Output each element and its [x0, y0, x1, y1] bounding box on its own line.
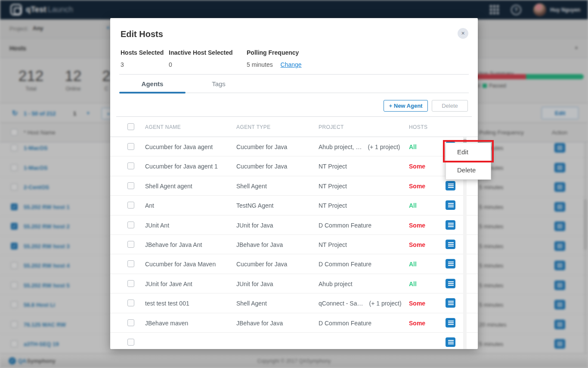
agent-project-cell: NT Project: [319, 163, 353, 170]
active-tab-underline: [119, 92, 186, 94]
context-menu-edit[interactable]: Edit: [446, 143, 491, 161]
row-menu-button[interactable]: [446, 181, 455, 190]
agent-row-checkbox[interactable]: [127, 182, 134, 189]
agent-project-cell: NT Project: [319, 202, 353, 209]
agent-table-row: JUnit for Jave Ant JUnit for Java Ahub p…: [110, 274, 478, 293]
agent-project-cell: Ahub project: [319, 281, 359, 287]
agent-table-row-partial: [110, 333, 478, 349]
agents-table-header: AGENT NAME AGENT TYPE PROJECT HOSTS: [110, 117, 478, 137]
polling-frequency-value: 5 minutes: [247, 61, 273, 68]
context-menu-delete[interactable]: Delete: [446, 161, 491, 179]
agent-hosts-status: Some: [409, 163, 425, 170]
agent-project-cell: qConnect - Sa…(+ 1 project): [319, 300, 402, 307]
agent-row-checkbox[interactable]: [127, 162, 134, 169]
agent-row-checkbox[interactable]: [127, 280, 134, 287]
hosts-header: HOSTS: [409, 124, 427, 130]
change-polling-link[interactable]: Change: [281, 61, 302, 68]
row-menu-button[interactable]: [446, 337, 455, 347]
agent-name-cell: JUnit Ant: [145, 222, 169, 229]
agent-hosts-status: Some: [409, 183, 425, 190]
agent-name-cell: Cucumber for Java agent: [145, 143, 213, 150]
agent-name-cell: Cucumber for Java agent 1: [145, 163, 218, 170]
tab-agents[interactable]: Agents: [119, 75, 186, 93]
agent-table-row: Cucumber for Java agent Cucumber for Jav…: [110, 137, 478, 156]
agent-table-row: JBehave maven JBehave for Java D Common …: [110, 313, 478, 333]
row-menu-button[interactable]: [446, 200, 455, 210]
agents-table-body: Cucumber for Java agent Cucumber for Jav…: [110, 137, 478, 349]
row-context-menu: Edit Delete: [446, 143, 491, 180]
agent-type-cell: Cucumber for Java: [236, 163, 287, 170]
row-menu-button[interactable]: [446, 240, 455, 249]
new-agent-button[interactable]: + New Agent: [384, 100, 428, 112]
tab-tags[interactable]: Tags: [186, 75, 252, 93]
agent-name-cell: Shell Agent agent: [145, 183, 192, 190]
row-menu-button[interactable]: [446, 298, 455, 308]
agent-row-checkbox[interactable]: [127, 143, 134, 150]
agent-row-checkbox[interactable]: [127, 260, 134, 267]
agent-name-cell: test test test 001: [145, 300, 189, 307]
agent-name-cell: Cucumber for Java Maven: [145, 261, 216, 268]
agent-type-cell: JBehave for Java: [236, 241, 283, 248]
agent-table-row: Shell Agent agent Shell Agent NT Project…: [110, 176, 478, 196]
agent-project-cell: D Common Feature: [319, 261, 378, 268]
agent-hosts-status: Some: [409, 300, 425, 307]
agent-project-cell: NT Project: [319, 241, 353, 248]
agent-type-cell: Shell Agent: [236, 183, 267, 190]
delete-agents-button[interactable]: Delete: [432, 100, 468, 112]
agent-hosts-status: All: [409, 202, 417, 209]
agent-table-row: test test test 001 Shell Agent qConnect …: [110, 293, 478, 313]
agent-hosts-status: Some: [409, 222, 425, 229]
agent-row-checkbox[interactable]: [127, 202, 134, 209]
polling-frequency-info: Polling Frequency 5 minutes Change: [247, 49, 302, 68]
agent-name-cell: JUnit for Jave Ant: [145, 281, 192, 287]
project-header: PROJECT: [319, 124, 344, 130]
agent-hosts-status: Some: [409, 320, 425, 327]
row-menu-button[interactable]: [446, 318, 455, 327]
agent-type-cell: JBehave for Java: [236, 320, 283, 327]
agent-type-cell: JUnit for Java: [236, 281, 273, 287]
modal-title: Edit Hosts: [121, 29, 163, 39]
agent-hosts-status: All: [409, 261, 417, 268]
agent-table-row: Ant TestNG Agent NT Project All: [110, 196, 478, 215]
row-menu-button[interactable]: [446, 259, 455, 268]
close-icon[interactable]: ×: [458, 28, 468, 39]
agent-name-cell: JBehave for Java Ant: [145, 241, 202, 248]
agent-project-cell: NT Project: [319, 183, 353, 190]
edit-hosts-modal: Edit Hosts × Hosts Selected 3 Inactive H…: [110, 18, 478, 349]
agent-type-cell: Shell Agent: [236, 300, 267, 307]
agent-row-checkbox[interactable]: [127, 241, 134, 248]
agent-project-cell: D Common Feature: [319, 320, 378, 327]
agent-type-cell: Cucumber for Java: [236, 143, 287, 150]
row-menu-button[interactable]: [446, 220, 455, 230]
agent-table-row: JBehave for Java Ant JBehave for Java NT…: [110, 235, 478, 254]
agent-hosts-status: Some: [409, 241, 425, 248]
row-menu-button[interactable]: [446, 279, 455, 288]
agent-row-checkbox[interactable]: [127, 339, 134, 346]
inactive-host-info: Inactive Host Selected 0: [169, 49, 233, 68]
agent-type-header: AGENT TYPE: [236, 124, 271, 130]
agent-row-checkbox[interactable]: [127, 319, 134, 326]
hosts-selected-info: Hosts Selected 3: [121, 49, 164, 68]
select-all-agents-checkbox[interactable]: [127, 123, 134, 130]
project-extra-count: (+ 1 project): [369, 300, 402, 307]
agent-type-cell: JUnit for Java: [236, 222, 273, 229]
project-extra-count: (+ 1 project): [368, 143, 400, 150]
agent-type-cell: TestNG Agent: [236, 202, 273, 209]
agent-type-cell: Cucumber for Java: [236, 261, 287, 268]
agent-name-cell: Ant: [145, 202, 154, 209]
agent-row-checkbox[interactable]: [127, 221, 134, 228]
agent-row-checkbox[interactable]: [127, 299, 134, 306]
agent-table-row: JUnit Ant JUnit for Java D Common Featur…: [110, 215, 478, 235]
agent-hosts-status: All: [409, 143, 417, 150]
agent-name-header: AGENT NAME: [145, 124, 181, 130]
agent-project-cell: Ahub project, …(+ 1 project): [319, 143, 400, 150]
agent-project-cell: D Common Feature: [319, 222, 378, 229]
agent-hosts-status: All: [409, 281, 417, 287]
agent-table-row: Cucumber for Java agent 1 Cucumber for J…: [110, 156, 478, 176]
modal-tabs: Agents Tags: [119, 75, 469, 93]
agent-table-row: Cucumber for Java Maven Cucumber for Jav…: [110, 254, 478, 274]
agent-name-cell: JBehave maven: [145, 320, 188, 327]
